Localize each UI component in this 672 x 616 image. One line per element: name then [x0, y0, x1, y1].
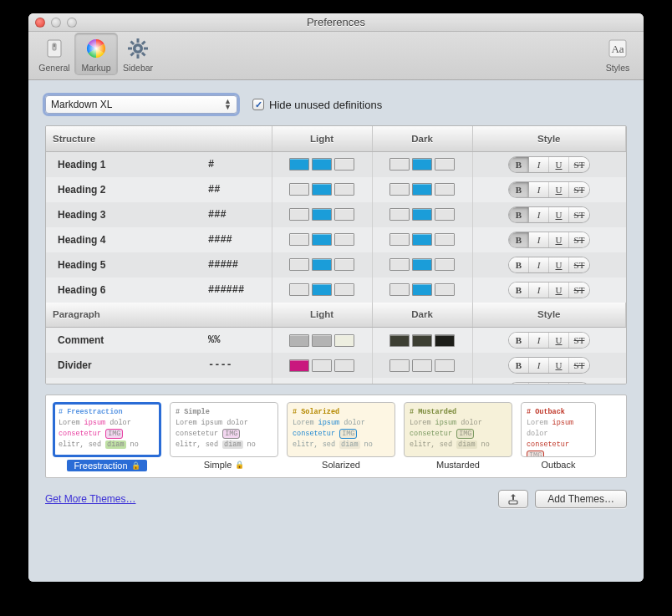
- italic-toggle[interactable]: I: [529, 383, 549, 384]
- color-swatch[interactable]: [289, 233, 309, 246]
- bold-toggle[interactable]: B: [509, 283, 529, 298]
- color-swatch[interactable]: [289, 258, 309, 271]
- bold-toggle[interactable]: B: [509, 157, 529, 172]
- underline-toggle[interactable]: U: [549, 383, 569, 384]
- strikethrough-toggle[interactable]: ST: [569, 358, 589, 373]
- themes-strip[interactable]: # Freestraction Lorem ipsum dolor conset…: [45, 395, 627, 478]
- strikethrough-toggle[interactable]: ST: [569, 157, 589, 172]
- column-header-style[interactable]: Style: [472, 126, 626, 151]
- strikethrough-toggle[interactable]: ST: [569, 283, 589, 298]
- color-swatch[interactable]: [435, 233, 455, 246]
- theme-card-simple[interactable]: # Simple Lorem ipsum dolor consetetur IM…: [170, 402, 278, 474]
- toolbar-tab-general[interactable]: General: [33, 33, 75, 74]
- strikethrough-toggle[interactable]: ST: [569, 182, 589, 197]
- underline-toggle[interactable]: U: [549, 182, 569, 197]
- color-swatch[interactable]: [389, 258, 410, 271]
- color-swatch[interactable]: [435, 283, 455, 296]
- color-swatch[interactable]: [435, 334, 455, 347]
- color-swatch[interactable]: [312, 359, 332, 372]
- color-swatch[interactable]: [412, 158, 432, 171]
- column-header-structure[interactable]: Structure: [46, 126, 272, 151]
- color-swatch[interactable]: [334, 183, 354, 196]
- color-swatch[interactable]: [312, 208, 332, 221]
- color-swatch[interactable]: [312, 334, 332, 347]
- color-swatch[interactable]: [312, 233, 332, 246]
- underline-toggle[interactable]: U: [549, 358, 569, 373]
- italic-toggle[interactable]: I: [529, 358, 549, 373]
- color-swatch[interactable]: [435, 258, 455, 271]
- color-swatch[interactable]: [334, 208, 354, 221]
- color-swatch[interactable]: [312, 183, 332, 196]
- strikethrough-toggle[interactable]: ST: [569, 383, 589, 384]
- toolbar-tab-sidebar[interactable]: Sidebar: [117, 33, 159, 74]
- color-swatch[interactable]: [412, 233, 432, 246]
- underline-toggle[interactable]: U: [549, 232, 569, 247]
- italic-toggle[interactable]: I: [529, 157, 549, 172]
- strikethrough-toggle[interactable]: ST: [569, 232, 589, 247]
- italic-toggle[interactable]: I: [529, 257, 549, 272]
- color-swatch[interactable]: [334, 283, 354, 296]
- color-swatch[interactable]: [435, 208, 455, 221]
- color-swatch[interactable]: [334, 158, 354, 171]
- table-row[interactable]: Heading 4 #### B I U ST: [46, 227, 626, 252]
- column-header-light[interactable]: Light: [272, 303, 372, 328]
- strikethrough-toggle[interactable]: ST: [569, 207, 589, 222]
- color-swatch[interactable]: [412, 283, 432, 296]
- column-header-light[interactable]: Light: [272, 126, 372, 151]
- bold-toggle[interactable]: B: [509, 333, 529, 348]
- color-swatch[interactable]: [334, 359, 354, 372]
- color-swatch[interactable]: [289, 183, 309, 196]
- color-swatch[interactable]: [289, 283, 309, 296]
- column-header-structure[interactable]: Paragraph: [46, 303, 272, 328]
- color-swatch[interactable]: [312, 158, 332, 171]
- table-row[interactable]: Code Block '' B I U ST: [46, 378, 626, 384]
- color-swatch[interactable]: [412, 334, 432, 347]
- get-more-themes-link[interactable]: Get More Themes…: [45, 493, 135, 505]
- color-swatch[interactable]: [312, 258, 332, 271]
- color-swatch[interactable]: [389, 208, 410, 221]
- color-swatch[interactable]: [289, 158, 309, 171]
- color-swatch[interactable]: [412, 359, 432, 372]
- color-swatch[interactable]: [389, 158, 410, 171]
- table-row[interactable]: Heading 5 ##### B I U ST: [46, 252, 626, 277]
- color-swatch[interactable]: [389, 183, 410, 196]
- italic-toggle[interactable]: I: [529, 283, 549, 298]
- toolbar-tab-markup[interactable]: Markup: [75, 33, 117, 74]
- color-swatch[interactable]: [412, 258, 432, 271]
- italic-toggle[interactable]: I: [529, 333, 549, 348]
- color-swatch[interactable]: [389, 359, 410, 372]
- color-swatch[interactable]: [289, 208, 309, 221]
- color-swatch[interactable]: [389, 283, 410, 296]
- color-swatch[interactable]: [435, 158, 455, 171]
- color-swatch[interactable]: [412, 183, 432, 196]
- hide-unused-checkbox[interactable]: ✓ Hide unused definitions: [252, 99, 382, 111]
- strikethrough-toggle[interactable]: ST: [569, 333, 589, 348]
- italic-toggle[interactable]: I: [529, 232, 549, 247]
- underline-toggle[interactable]: U: [549, 257, 569, 272]
- toolbar-tab-styles[interactable]: Aa Styles: [597, 33, 639, 74]
- bold-toggle[interactable]: B: [509, 232, 529, 247]
- share-button[interactable]: [498, 490, 528, 508]
- color-swatch[interactable]: [334, 258, 354, 271]
- theme-card-outback[interactable]: # Outback Lorem ipsum dolor consetetur I…: [521, 402, 596, 474]
- underline-toggle[interactable]: U: [549, 283, 569, 298]
- color-swatch[interactable]: [334, 233, 354, 246]
- table-row[interactable]: Heading 1 # B I U ST: [46, 151, 626, 177]
- bold-toggle[interactable]: B: [509, 207, 529, 222]
- table-row[interactable]: Heading 3 ### B I U ST: [46, 202, 626, 227]
- color-swatch[interactable]: [435, 183, 455, 196]
- color-swatch[interactable]: [289, 334, 309, 347]
- underline-toggle[interactable]: U: [549, 207, 569, 222]
- color-swatch[interactable]: [412, 208, 432, 221]
- add-themes-button[interactable]: Add Themes…: [535, 490, 627, 508]
- theme-card-solarized[interactable]: # Solarized Lorem ipsum dolor consetetur…: [287, 402, 395, 474]
- theme-card-mustarded[interactable]: # Mustarded Lorem ipsum dolor consetetur…: [404, 402, 512, 474]
- color-swatch[interactable]: [435, 359, 455, 372]
- bold-toggle[interactable]: B: [509, 257, 529, 272]
- underline-toggle[interactable]: U: [549, 157, 569, 172]
- theme-card-freestraction[interactable]: # Freestraction Lorem ipsum dolor conset…: [53, 402, 161, 474]
- bold-toggle[interactable]: B: [509, 182, 529, 197]
- column-header-dark[interactable]: Dark: [372, 303, 472, 328]
- color-swatch[interactable]: [289, 359, 309, 372]
- bold-toggle[interactable]: B: [509, 383, 529, 384]
